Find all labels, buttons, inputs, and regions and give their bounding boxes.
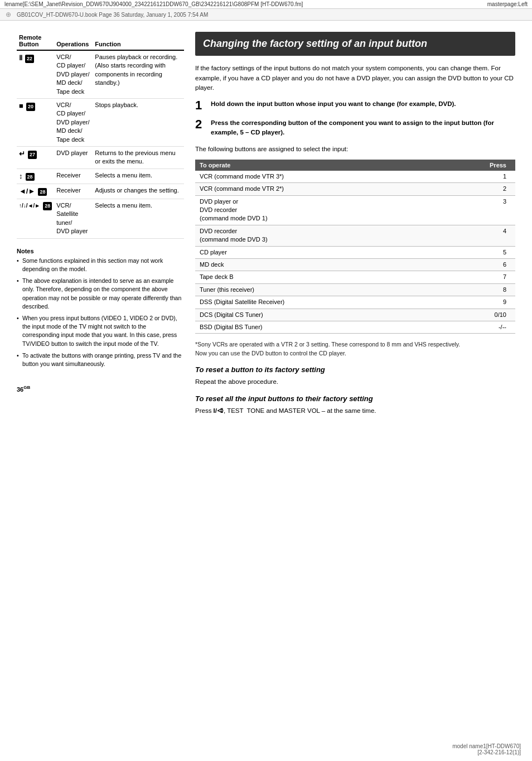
- btn-symbol: ■: [19, 102, 23, 110]
- btn-symbol: ↕: [19, 172, 23, 180]
- btn-cell: ↵ 27: [17, 146, 54, 168]
- table-row: ↕ 28 Receiver Selects a menu item.: [17, 168, 184, 184]
- remote-table: RemoteButton Operations Function Ⅱ 22 VC…: [17, 32, 184, 239]
- notes-list: Some functions explained in this section…: [17, 257, 184, 369]
- btn-cell: ↕ 28: [17, 168, 54, 184]
- operations-cell: Receiver: [54, 168, 93, 184]
- input-table-row: BSD (Digital BS Tuner) -/--: [195, 321, 515, 333]
- notes-item: Some functions explained in this section…: [17, 257, 184, 273]
- col-header-operations: Operations: [54, 32, 93, 50]
- reset-heading-1: To reset a button to its factory setting: [195, 365, 515, 374]
- step-1-text: Hold down the input button whose input y…: [211, 99, 515, 109]
- input-table-row: VCR (command mode VTR 3*) 1: [195, 171, 515, 183]
- press-cell: 0/10: [438, 309, 515, 321]
- input-table-row: Tuner (this receiver) 8: [195, 283, 515, 296]
- press-cell: 3: [438, 195, 515, 225]
- step-1-number: 1: [195, 99, 206, 112]
- operate-cell: DVD player orDVD recorder(command mode D…: [195, 195, 438, 225]
- press-cell: 2: [438, 183, 515, 195]
- table-row: ↵ 27 DVD player Returns to the previous …: [17, 146, 184, 168]
- footnote: *Sony VCRs are operated with a VTR 2 or …: [195, 340, 515, 357]
- notes-title: Notes: [17, 248, 184, 254]
- input-table-row: VCR (command mode VTR 2*) 2: [195, 183, 515, 195]
- input-table-row: DSS (Digital Satellite Receiver) 9: [195, 296, 515, 309]
- input-table-row: DVD recorder(command mode DVD 3) 4: [195, 225, 515, 246]
- crosshair-icon-left: ⊕: [4, 11, 12, 18]
- btn-badge: 28: [38, 188, 47, 196]
- input-col-operate: To operate: [195, 160, 438, 171]
- step-2-number: 2: [195, 118, 206, 131]
- table-row: ↑/↓/◄/► 28 VCR/Satellite tuner/DVD playe…: [17, 199, 184, 239]
- reset-heading-2: To reset all the input buttons to their …: [195, 394, 515, 403]
- input-table-row: MD deck 6: [195, 259, 515, 271]
- operate-cell: Tape deck B: [195, 271, 438, 283]
- reset-text-1: Repeat the above procedure.: [195, 377, 515, 387]
- operations-cell: DVD player: [54, 146, 93, 168]
- operate-cell: DCS (Digital CS Tuner): [195, 309, 438, 321]
- operate-cell: MD deck: [195, 259, 438, 271]
- notes-item: When you press input buttons (VIDEO 1, V…: [17, 314, 184, 348]
- press-cell: 9: [438, 296, 515, 309]
- col-header-remote-button: RemoteButton: [17, 32, 54, 50]
- model-code: [2-342-216-12(1)]: [452, 749, 521, 755]
- input-table-row: Tape deck B 7: [195, 271, 515, 283]
- file-bar: ⊕ GB01COV_HT-DDW670-U.book Page 36 Satur…: [0, 9, 532, 21]
- notes-section: Notes Some functions explained in this s…: [17, 248, 184, 369]
- step-2-text: Press the corresponding button of the co…: [211, 118, 515, 138]
- table-row: Ⅱ 22 VCR/CD player/DVD player/MD deck/Ta…: [17, 50, 184, 98]
- top-bar-path: lename[E:\SEM_Janet\Revision_DDW670\J904…: [4, 1, 303, 7]
- operate-cell: DVD recorder(command mode DVD 3): [195, 225, 438, 246]
- function-cell: Selects a menu item.: [93, 168, 184, 184]
- operate-cell: DSS (Digital Satellite Receiver): [195, 296, 438, 309]
- section-heading-box: Changing the factory setting of an input…: [195, 32, 515, 56]
- bottom-bar: model name1[HT-DDW670] [2-342-216-12(1)]: [452, 743, 521, 755]
- page-num-value: 36: [17, 386, 23, 393]
- left-column: RemoteButton Operations Function Ⅱ 22 VC…: [17, 32, 184, 422]
- table-row: ◄/► 28 Receiver Adjusts or changes the s…: [17, 184, 184, 199]
- btn-cell: ■ 20: [17, 98, 54, 146]
- btn-symbol: ↑/↓/◄/►: [19, 203, 40, 209]
- page-content: RemoteButton Operations Function Ⅱ 22 VC…: [0, 21, 532, 434]
- col-header-function: Function: [93, 32, 184, 50]
- intro-text: If the factory settings of the input but…: [195, 64, 515, 93]
- function-cell: Adjusts or changes the setting.: [93, 184, 184, 199]
- top-bar: lename[E:\SEM_Janet\Revision_DDW670\J904…: [0, 0, 532, 9]
- right-column: Changing the factory setting of an input…: [195, 32, 515, 422]
- press-cell: 4: [438, 225, 515, 246]
- reset-text-2: Press I/⏿, TEST TONE and MASTER VOL – at…: [195, 406, 515, 416]
- table-row: ■ 20 VCR/CD player/DVD player/MD deck/Ta…: [17, 98, 184, 146]
- step-1: 1 Hold down the input button whose input…: [195, 99, 515, 112]
- btn-badge: 28: [43, 202, 52, 210]
- btn-cell: ↑/↓/◄/► 28: [17, 199, 54, 239]
- input-col-press: Press: [438, 160, 515, 171]
- btn-cell: Ⅱ 22: [17, 50, 54, 98]
- input-table-row: CD player 5: [195, 246, 515, 258]
- press-cell: 7: [438, 271, 515, 283]
- input-table-row: DVD player orDVD recorder(command mode D…: [195, 195, 515, 225]
- press-cell: -/--: [438, 321, 515, 333]
- section-heading: Changing the factory setting of an input…: [203, 37, 507, 50]
- btn-symbol: Ⅱ: [19, 54, 22, 62]
- press-cell: 8: [438, 283, 515, 296]
- btn-cell: ◄/► 28: [17, 184, 54, 199]
- operations-cell: VCR/CD player/DVD player/MD deck/Tape de…: [54, 50, 93, 98]
- function-cell: Pauses playback or recording. (Also star…: [93, 50, 184, 98]
- operate-cell: Tuner (this receiver): [195, 283, 438, 296]
- notes-item: To activate the buttons with orange prin…: [17, 351, 184, 368]
- operate-cell: VCR (command mode VTR 3*): [195, 171, 438, 183]
- btn-badge: 27: [28, 151, 37, 159]
- page-number: 36GB: [17, 385, 184, 393]
- press-cell: 5: [438, 246, 515, 258]
- operate-cell: BSD (Digital BS Tuner): [195, 321, 438, 333]
- btn-symbol: ↵: [19, 150, 25, 158]
- input-table: To operate Press VCR (command mode VTR 3…: [195, 160, 515, 334]
- press-cell: 6: [438, 259, 515, 271]
- btn-badge: 28: [26, 173, 35, 181]
- notes-item: The above explanation is intended to ser…: [17, 277, 184, 311]
- btn-symbol: ◄/►: [19, 187, 35, 195]
- operate-cell: VCR (command mode VTR 2*): [195, 183, 438, 195]
- page-num-sup: GB: [23, 385, 30, 390]
- operations-cell: VCR/CD player/DVD player/MD deck/Tape de…: [54, 98, 93, 146]
- top-bar-masterpage: masterpage:Left: [487, 1, 528, 7]
- operations-cell: Receiver: [54, 184, 93, 199]
